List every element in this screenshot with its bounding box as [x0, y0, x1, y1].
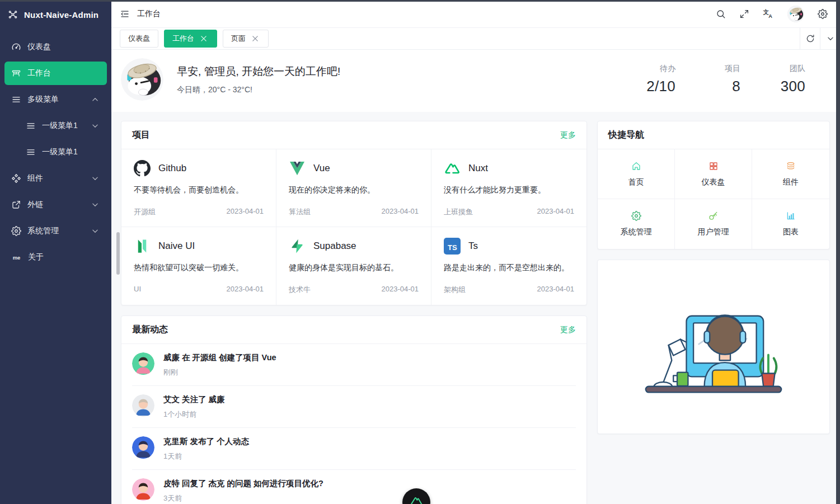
welcome-banner: 早安, 管理员, 开始您一天的工作吧! 今日晴，20°C - 32°C! 待办2…	[111, 50, 840, 112]
home-icon	[631, 161, 641, 171]
quicknav-layers[interactable]: 组件	[752, 149, 829, 199]
translate-icon[interactable]: 文A	[763, 8, 774, 20]
project-card-supabase[interactable]: Supabase健康的身体是实现目标的基石。技术牛2023-04-01	[276, 227, 431, 305]
window-right-scrollbar[interactable]	[836, 0, 840, 504]
refresh-tab-icon[interactable]	[800, 28, 820, 49]
tab-1[interactable]: 工作台	[164, 30, 217, 48]
settings-gear-icon[interactable]	[818, 9, 828, 19]
project-card-vue[interactable]: Vue现在的你决定将来的你。算法组2023-04-01	[276, 149, 431, 227]
quicknav-label: 首页	[628, 177, 644, 187]
project-header: Github	[134, 160, 264, 177]
breadcrumb: 工作台	[137, 9, 161, 19]
activity-time: 1个小时前	[163, 409, 225, 420]
sidebar-item-me-8[interactable]: me关于	[4, 246, 107, 269]
bar-chart-icon	[786, 211, 796, 221]
tab-label: 页面	[231, 34, 246, 44]
project-footer: 架构组2023-04-01	[444, 285, 574, 295]
topbar-left: 工作台	[120, 9, 161, 19]
workspace-illustration	[624, 279, 803, 415]
sidebar-item-label: 仪表盘	[27, 42, 100, 52]
quicknav-label: 图表	[783, 227, 799, 237]
sidebar-item-external-link-6[interactable]: 外链	[4, 193, 107, 216]
stat-2: 团队300	[765, 64, 805, 95]
layers-icon	[786, 161, 796, 171]
supabase-logo-icon	[289, 238, 306, 255]
project-date: 2023-04-01	[227, 285, 264, 293]
projects-card-header: 项目 更多	[121, 121, 586, 149]
stat-label: 项目	[725, 64, 740, 74]
svg-text:TS: TS	[448, 243, 457, 252]
project-footer: UI2023-04-01	[134, 285, 264, 293]
sidebar-item-gear-7[interactable]: 系统管理	[4, 219, 107, 243]
key-icon	[708, 211, 719, 221]
project-group: UI	[134, 285, 141, 293]
project-card-typescript[interactable]: TSTs路是走出来的，而不是空想出来的。架构组2023-04-01	[431, 227, 586, 305]
quicknav-key[interactable]: 用户管理	[675, 199, 752, 249]
menu-fold-icon[interactable]	[120, 9, 130, 19]
components-icon	[11, 173, 21, 183]
search-icon[interactable]	[716, 9, 726, 19]
sidebar: Nuxt-Naive-Admin 仪表盘工作台多级菜单一级菜单1一级菜单1组件外…	[0, 0, 111, 504]
quicknav-gear[interactable]: 系统管理	[598, 199, 675, 249]
chevron-down-icon	[90, 200, 100, 210]
activity-card: 最新动态 更多 威廉 在 开源组 创建了项目 Vue刚刚 艾文 关注了 威廉1个…	[121, 315, 587, 504]
project-card-nuxt[interactable]: Nuxt没有什么才能比努力更重要。上班摸鱼2023-04-01	[431, 149, 586, 227]
app-title: Nuxt-Naive-Admin	[24, 10, 98, 20]
chevron-up-icon	[90, 95, 100, 105]
tab-close-icon[interactable]	[250, 34, 260, 44]
project-name: Ts	[468, 241, 478, 252]
sidebar-item-menu-2[interactable]: 多级菜单	[4, 88, 107, 111]
project-desc: 现在的你决定将来的你。	[289, 185, 419, 195]
sidebar-item-gauge-0[interactable]: 仪表盘	[4, 35, 107, 59]
sidebar-item-menu-4[interactable]: 一级菜单1	[4, 140, 107, 164]
tab-close-icon[interactable]	[199, 34, 209, 44]
activity-title: 最新动态	[132, 324, 168, 336]
project-header: Supabase	[289, 238, 419, 255]
quicknav-card-header: 快捷导航	[598, 121, 829, 149]
projects-more-link[interactable]: 更多	[560, 130, 576, 140]
tab-2[interactable]: 页面	[223, 30, 269, 48]
stats: 待办2/10项目8团队300	[635, 64, 805, 95]
sidebar-item-menu-3[interactable]: 一级菜单1	[4, 114, 107, 138]
user-avatar[interactable]	[787, 6, 804, 22]
project-desc: 健康的身体是实现目标的基石。	[289, 263, 419, 273]
project-header: Naive UI	[134, 238, 264, 255]
content-scrollbar-thumb[interactable]	[116, 232, 120, 275]
quicknav-grid[interactable]: 仪表盘	[675, 149, 752, 199]
project-name: Nuxt	[468, 163, 488, 174]
sidebar-item-label: 一级菜单1	[42, 121, 84, 131]
sidebar-menu: 仪表盘工作台多级菜单一级菜单1一级菜单1组件外链系统管理me关于	[0, 29, 111, 275]
window-top-edge	[0, 0, 840, 2]
nuxt-logo-icon	[444, 160, 461, 177]
quicknav-label: 组件	[783, 177, 799, 187]
project-card-naive-ui[interactable]: Naive UI热情和欲望可以突破一切难关。UI2023-04-01	[121, 227, 276, 305]
menu-icon	[26, 147, 36, 157]
sidebar-item-workbench-1[interactable]: 工作台	[4, 62, 107, 85]
gear-icon	[11, 226, 21, 236]
projects-card: 项目 更多 Github不要等待机会，而要创造机会。开源组2023-04-01V…	[121, 121, 587, 305]
project-date: 2023-04-01	[537, 207, 575, 217]
svg-text:me: me	[13, 255, 21, 261]
fullscreen-icon[interactable]	[739, 9, 749, 19]
activity-more-link[interactable]: 更多	[560, 325, 576, 335]
chevron-down-icon	[90, 173, 100, 183]
projects-grid: Github不要等待机会，而要创造机会。开源组2023-04-01Vue现在的你…	[121, 149, 586, 305]
stat-value: 300	[781, 78, 805, 95]
app-logo[interactable]: Nuxt-Naive-Admin	[0, 0, 111, 29]
tab-0[interactable]: 仪表盘	[120, 30, 158, 48]
page-scroll-area: 早安, 管理员, 开始您一天的工作吧! 今日晴，20°C - 32°C! 待办2…	[111, 50, 840, 504]
tabs: 仪表盘工作台页面	[111, 28, 800, 49]
quicknav-card: 快捷导航 首页仪表盘组件系统管理用户管理图表	[597, 121, 830, 249]
quicknav-home[interactable]: 首页	[598, 149, 675, 199]
me-icon: me	[11, 252, 22, 263]
stat-value: 8	[732, 78, 740, 95]
activity-time: 刚刚	[163, 368, 276, 378]
activity-time: 3天前	[163, 493, 323, 503]
activity-avatar	[132, 478, 154, 501]
quicknav-bar-chart[interactable]: 图表	[752, 199, 829, 249]
tabbar: 仪表盘工作台页面	[111, 28, 840, 50]
project-desc: 没有什么才能比努力更重要。	[444, 185, 574, 195]
project-name: Naive UI	[158, 241, 195, 252]
sidebar-item-components-5[interactable]: 组件	[4, 167, 107, 190]
project-card-github[interactable]: Github不要等待机会，而要创造机会。开源组2023-04-01	[121, 149, 276, 227]
